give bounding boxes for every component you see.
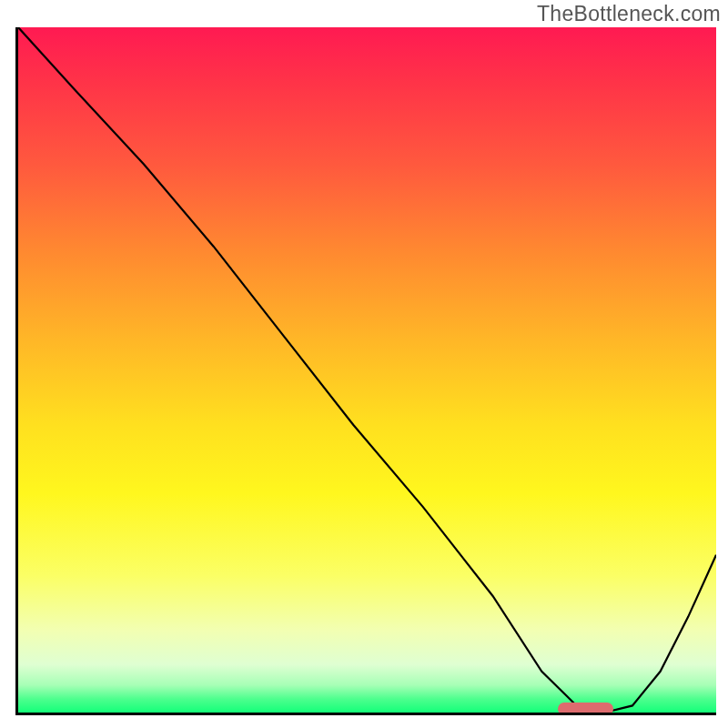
optimal-marker xyxy=(558,703,614,715)
curve-line xyxy=(18,27,716,713)
watermark-text: TheBottleneck.com xyxy=(537,2,721,26)
plot-area xyxy=(15,27,716,715)
chart-container: TheBottleneck.com xyxy=(0,0,728,728)
